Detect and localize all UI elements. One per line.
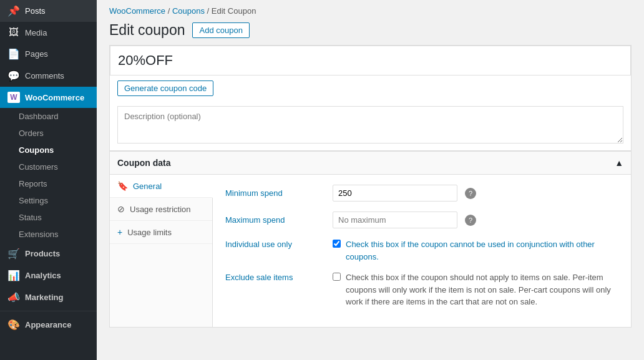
sidebar-item-marketing[interactable]: 📣 Marketing bbox=[0, 286, 97, 308]
maximum-spend-label: Maximum spend bbox=[225, 215, 325, 225]
posts-icon: 📌 bbox=[7, 5, 20, 17]
coupon-data-body: 🔖 General ⊘ Usage restriction + Usage li… bbox=[110, 175, 631, 327]
sidebar-item-media[interactable]: 🖼 Media bbox=[0, 22, 97, 43]
tab-content-general: Minimum spend ? Maximum spend ? Individu… bbox=[213, 175, 631, 327]
sidebar: 📌 Posts 🖼 Media 📄 Pages 💬 Comments W Woo… bbox=[0, 0, 97, 360]
add-coupon-button[interactable]: Add coupon bbox=[192, 22, 249, 38]
coupon-editor: Generate coupon code bbox=[109, 45, 632, 151]
tab-usage-restriction-label: Usage restriction bbox=[130, 205, 191, 214]
exclude-sale-checkbox[interactable] bbox=[333, 273, 341, 281]
woocommerce-icon: W bbox=[7, 92, 20, 103]
tab-usage-restriction[interactable]: ⊘ Usage restriction bbox=[110, 198, 212, 221]
breadcrumb-coupons[interactable]: Coupons bbox=[172, 6, 205, 16]
minimum-spend-row: Minimum spend ? bbox=[225, 185, 618, 202]
exclude-sale-desc: Check this box if the coupon should not … bbox=[346, 271, 618, 308]
sidebar-item-orders[interactable]: Orders bbox=[0, 125, 97, 142]
exclude-sale-label: Exclude sale items bbox=[225, 271, 325, 282]
coupon-data-title: Coupon data bbox=[117, 158, 171, 168]
general-tab-icon: 🔖 bbox=[117, 181, 128, 191]
tab-general[interactable]: 🔖 General bbox=[110, 175, 213, 198]
page-header: Edit coupon Add coupon bbox=[97, 22, 644, 45]
sidebar-item-products[interactable]: 🛒 Products bbox=[0, 243, 97, 265]
page-title: Edit coupon bbox=[109, 22, 185, 39]
maximum-spend-help-icon[interactable]: ? bbox=[465, 215, 476, 226]
minimum-spend-input[interactable] bbox=[333, 185, 457, 202]
sidebar-item-dashboard[interactable]: Dashboard bbox=[0, 108, 97, 125]
coupon-data-section: Coupon data ▲ 🔖 General ⊘ Usage restrict… bbox=[109, 151, 632, 328]
analytics-icon: 📊 bbox=[7, 270, 20, 281]
sidebar-woocommerce[interactable]: W WooCommerce bbox=[0, 87, 97, 108]
sidebar-item-status[interactable]: Status bbox=[0, 209, 97, 226]
coupon-data-header: Coupon data ▲ bbox=[110, 152, 631, 175]
comments-icon: 💬 bbox=[7, 70, 20, 82]
tab-usage-limits-label: Usage limits bbox=[127, 228, 172, 237]
exclude-sale-row: Exclude sale items Check this box if the… bbox=[225, 271, 618, 308]
usage-limits-icon: + bbox=[117, 227, 122, 237]
individual-use-row: Individual use only Check this box if th… bbox=[225, 238, 618, 263]
appearance-icon: 🎨 bbox=[7, 319, 20, 331]
generate-coupon-button[interactable]: Generate coupon code bbox=[117, 80, 213, 96]
sidebar-item-analytics[interactable]: 📊 Analytics bbox=[0, 265, 97, 286]
marketing-icon: 📣 bbox=[7, 291, 20, 303]
sidebar-item-posts[interactable]: 📌 Posts bbox=[0, 0, 97, 22]
sidebar-item-reports[interactable]: Reports bbox=[0, 175, 97, 192]
individual-use-desc: Check this box if the coupon cannot be u… bbox=[346, 238, 618, 263]
minimum-spend-label: Minimum spend bbox=[225, 188, 325, 198]
maximum-spend-input[interactable] bbox=[333, 212, 457, 228]
sidebar-item-coupons[interactable]: Coupons bbox=[0, 142, 97, 158]
breadcrumb: WooCommerce / Coupons / Edit Coupon bbox=[97, 0, 644, 22]
sidebar-item-comments[interactable]: 💬 Comments bbox=[0, 65, 97, 87]
sidebar-item-appearance[interactable]: 🎨 Appearance bbox=[0, 314, 97, 336]
tab-usage-limits[interactable]: + Usage limits bbox=[110, 221, 212, 244]
breadcrumb-current: Edit Coupon bbox=[212, 6, 256, 16]
main-content: WooCommerce / Coupons / Edit Coupon Edit… bbox=[97, 0, 644, 360]
coupon-tabs: 🔖 General ⊘ Usage restriction + Usage li… bbox=[110, 175, 213, 327]
sidebar-divider bbox=[0, 311, 97, 311]
coupon-code-input[interactable] bbox=[110, 46, 631, 75]
collapse-icon[interactable]: ▲ bbox=[615, 158, 623, 168]
individual-use-label: Individual use only bbox=[225, 238, 325, 249]
minimum-spend-help-icon[interactable]: ? bbox=[465, 188, 476, 199]
pages-icon: 📄 bbox=[7, 48, 20, 60]
individual-use-checkbox[interactable] bbox=[333, 240, 341, 248]
sidebar-item-pages[interactable]: 📄 Pages bbox=[0, 43, 97, 65]
tab-general-label: General bbox=[133, 182, 162, 191]
maximum-spend-row: Maximum spend ? bbox=[225, 212, 618, 228]
sidebar-item-settings[interactable]: Settings bbox=[0, 192, 97, 209]
description-textarea[interactable] bbox=[117, 106, 623, 144]
sidebar-item-extensions[interactable]: Extensions bbox=[0, 226, 97, 243]
media-icon: 🖼 bbox=[7, 27, 20, 38]
sidebar-item-customers[interactable]: Customers bbox=[0, 158, 97, 175]
products-icon: 🛒 bbox=[7, 248, 20, 260]
breadcrumb-woocommerce[interactable]: WooCommerce bbox=[109, 6, 165, 16]
usage-restriction-icon: ⊘ bbox=[117, 204, 125, 214]
